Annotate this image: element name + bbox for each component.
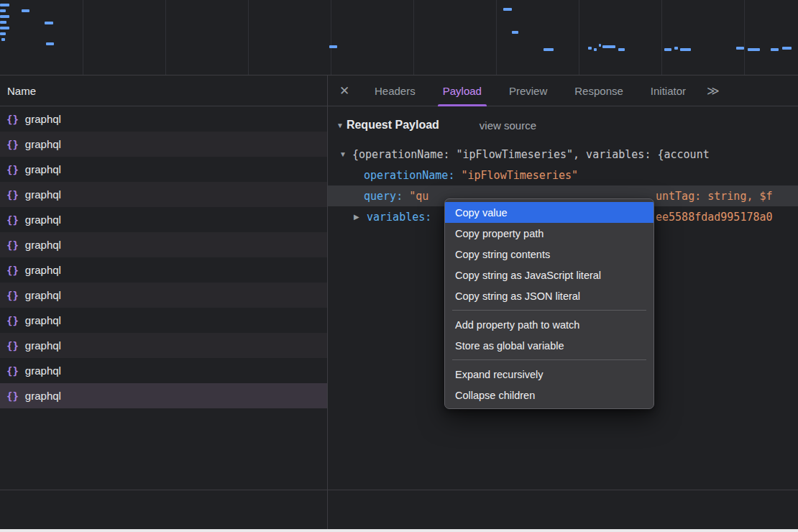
- request-list: {}graphql{}graphql{}graphql{}graphql{}gr…: [0, 106, 327, 408]
- network-request-row[interactable]: {}graphql: [0, 358, 327, 383]
- request-name-label: graphql: [25, 364, 61, 377]
- network-request-row[interactable]: {}graphql: [0, 383, 327, 408]
- request-timing-bar: [748, 48, 760, 51]
- close-icon: ✕: [339, 83, 349, 98]
- network-request-row[interactable]: {}graphql: [0, 106, 327, 132]
- request-payload-section-header[interactable]: ▼ Request Payload view source: [336, 119, 536, 132]
- window-bottom-edge: [0, 529, 798, 532]
- request-timing-bar: [0, 21, 6, 24]
- tab-payload[interactable]: Payload: [429, 75, 495, 106]
- tab-preview[interactable]: Preview: [495, 75, 561, 106]
- json-braces-icon: {}: [6, 315, 19, 326]
- request-name-label: graphql: [25, 188, 61, 201]
- network-request-row[interactable]: {}graphql: [0, 207, 327, 232]
- request-name-label: graphql: [25, 239, 61, 251]
- expander-icon: ▼: [336, 121, 344, 129]
- menu-item-collapse-children[interactable]: Collapse children: [445, 385, 653, 405]
- request-name-label: graphql: [25, 113, 61, 125]
- close-detail-button[interactable]: ✕: [328, 75, 361, 106]
- network-request-row[interactable]: {}graphql: [0, 283, 327, 308]
- spacer: [454, 169, 461, 182]
- property-value: "ipFlowTimeseries": [461, 169, 578, 182]
- request-timing-bar: [46, 42, 54, 45]
- request-timing-bar: [503, 8, 512, 11]
- json-braces-icon: {}: [6, 265, 19, 276]
- request-timing-bar: [588, 47, 592, 50]
- json-braces-icon: {}: [6, 365, 19, 377]
- json-braces-icon: {}: [6, 390, 19, 402]
- menu-item-add-property-path-to-watch[interactable]: Add property path to watch: [445, 314, 653, 335]
- more-tabs-button[interactable]: ≫: [700, 75, 727, 106]
- menu-item-copy-property-path[interactable]: Copy property path: [445, 223, 653, 244]
- tree-root-row[interactable]: ▼ {operationName: "ipFlowTimeseries", va…: [328, 144, 798, 165]
- menu-item-copy-string-contents[interactable]: Copy string contents: [445, 244, 653, 265]
- property-key: variables:: [367, 211, 431, 224]
- menu-item-copy-string-as-json-literal[interactable]: Copy string as JSON literal: [445, 285, 653, 306]
- request-name-label: graphql: [25, 314, 61, 326]
- view-source-link[interactable]: view source: [480, 119, 536, 132]
- request-timing-bar: [22, 9, 29, 12]
- property-value: "qu: [409, 190, 428, 203]
- request-timing-bar: [544, 48, 554, 51]
- chevron-overflow-icon: ≫: [707, 83, 720, 98]
- request-timing-bar: [771, 48, 779, 51]
- name-column-header[interactable]: Name: [7, 75, 36, 106]
- network-request-row[interactable]: {}graphql: [0, 308, 327, 333]
- tab-headers[interactable]: Headers: [361, 75, 429, 106]
- panel-split-divider[interactable]: [327, 75, 328, 529]
- request-timing-bar: [512, 31, 518, 34]
- section-title: Request Payload: [347, 119, 439, 132]
- json-braces-icon: {}: [6, 239, 19, 251]
- network-overview-timeline[interactable]: [0, 0, 798, 75]
- network-request-row[interactable]: {}graphql: [0, 232, 327, 257]
- expander-icon[interactable]: ▼: [339, 150, 348, 158]
- request-timing-bar: [674, 47, 678, 50]
- json-braces-icon: {}: [6, 189, 19, 201]
- network-request-row[interactable]: {}graphql: [0, 257, 327, 283]
- tree-row-operationname[interactable]: operationName: "ipFlowTimeseries": [328, 165, 798, 185]
- request-timing-bar: [664, 48, 671, 51]
- menu-item-copy-value[interactable]: Copy value: [445, 202, 653, 223]
- timeline-gridline: [413, 0, 414, 75]
- property-value-fragment: ee5588fdad995178a0: [656, 206, 773, 227]
- timeline-gridline: [83, 0, 83, 75]
- network-request-row[interactable]: {}graphql: [0, 333, 327, 358]
- property-key: operationName:: [364, 169, 454, 182]
- network-request-row[interactable]: {}graphql: [0, 157, 327, 182]
- network-request-row[interactable]: {}graphql: [0, 132, 327, 157]
- timeline-gridline: [496, 0, 497, 75]
- json-braces-icon: {}: [6, 214, 19, 226]
- expander-icon[interactable]: ▶: [354, 213, 362, 221]
- request-timing-bar: [0, 9, 6, 12]
- network-request-row[interactable]: {}graphql: [0, 182, 327, 207]
- tab-initiator[interactable]: Initiator: [637, 75, 700, 106]
- request-name-label: graphql: [25, 163, 61, 175]
- request-timing-bar: [45, 22, 53, 24]
- request-timing-bar: [736, 47, 744, 50]
- request-timing-bar: [782, 47, 792, 50]
- menu-item-store-as-global-variable[interactable]: Store as global variable: [445, 335, 653, 356]
- request-timing-bar: [329, 45, 337, 48]
- timeline-gridline: [744, 0, 745, 75]
- property-key: query:: [364, 190, 403, 203]
- tab-response[interactable]: Response: [561, 75, 637, 106]
- context-menu: Copy valueCopy property pathCopy string …: [444, 198, 654, 409]
- json-braces-icon: {}: [6, 139, 19, 150]
- request-timing-bar: [599, 44, 601, 47]
- detail-tab-bar: ✕ HeadersPayloadPreviewResponseInitiator…: [328, 75, 798, 106]
- request-name-label: graphql: [25, 289, 61, 301]
- footer-area: [0, 490, 798, 529]
- menu-item-copy-string-as-javascript-literal[interactable]: Copy string as JavaScript literal: [445, 265, 653, 285]
- request-timing-bar: [602, 45, 615, 48]
- json-braces-icon: {}: [6, 340, 19, 352]
- tab-items: HeadersPayloadPreviewResponseInitiator: [361, 75, 700, 106]
- timeline-gridline: [248, 0, 249, 75]
- devtools-network-panel: Name ✕ HeadersPayloadPreviewResponseInit…: [0, 0, 798, 532]
- json-braces-icon: {}: [6, 290, 19, 301]
- menu-item-expand-recursively[interactable]: Expand recursively: [445, 364, 653, 385]
- request-timing-bar: [618, 48, 625, 51]
- request-timing-bar: [0, 15, 9, 18]
- json-braces-icon: {}: [6, 164, 19, 175]
- request-name-label: graphql: [25, 214, 61, 226]
- property-value-fragment: untTag: string, $f: [656, 185, 773, 206]
